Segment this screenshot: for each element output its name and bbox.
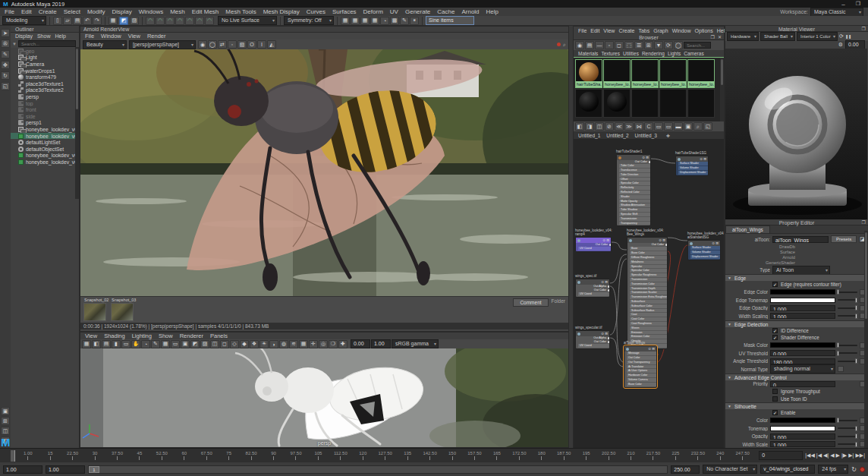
- light-editor-icon[interactable]: ✎: [400, 17, 409, 25]
- pause-viewport-icon[interactable]: ⏸: [410, 17, 419, 25]
- node-expand-icon[interactable]: ⊙ ⊞: [602, 238, 609, 242]
- safe-action-icon[interactable]: ◫: [210, 340, 219, 348]
- isolate-icon[interactable]: ◎: [319, 340, 328, 348]
- outliner-item[interactable]: front: [11, 106, 79, 113]
- time-slider[interactable]: 1.001522.503037.504552.506067.507582.509…: [0, 448, 868, 462]
- scene-items-field[interactable]: Sine items: [426, 16, 474, 25]
- renderview-menu-item[interactable]: Render: [147, 33, 166, 39]
- outliner-item[interactable]: defaultObjectSet: [11, 146, 79, 153]
- view-transform-selector[interactable]: sRGB gamma: [392, 339, 439, 348]
- play-backwards-button[interactable]: ◀: [830, 452, 834, 459]
- step-back-key-button[interactable]: ◀|: [823, 452, 829, 459]
- redo-icon[interactable]: ↷: [93, 17, 102, 25]
- menu-item[interactable]: UV: [390, 8, 398, 15]
- snap-history-icon[interactable]: ◠: [205, 17, 214, 25]
- joints-xray-icon[interactable]: ✚: [338, 340, 348, 348]
- material-swatch[interactable]: honeybee_lo...: [631, 59, 659, 88]
- hypershade-menu-item[interactable]: View: [603, 28, 615, 33]
- node-attribute-row[interactable]: Tube Shadow: [619, 208, 650, 212]
- shader-node-header[interactable]: ⊙ ⊞: [624, 346, 656, 351]
- graph-materials-icon[interactable]: ⋈: [634, 122, 643, 131]
- swatch-scrollbar[interactable]: [720, 58, 724, 121]
- outliner-item[interactable]: side: [11, 113, 79, 120]
- camera-attributes-icon[interactable]: ▤: [102, 340, 111, 348]
- menu-item[interactable]: Edit: [21, 8, 32, 15]
- material-swatch[interactable]: hairTubeSha...: [575, 59, 602, 88]
- shader-node[interactable]: hairTubeShader1SG⊙ ⊞Surface ShaderVolume…: [675, 151, 709, 176]
- select-camera-icon[interactable]: ▦: [82, 340, 91, 348]
- in-out-connections-icon[interactable]: ◫: [595, 122, 604, 131]
- folder-button[interactable]: Folder: [552, 298, 565, 304]
- wireframe-icon[interactable]: ◇: [230, 340, 239, 348]
- attribute-value-field[interactable]: 0.000: [770, 350, 835, 356]
- xray-icon[interactable]: ❍: [329, 340, 338, 348]
- menu-item[interactable]: Generate: [405, 8, 430, 15]
- attribute-value-field[interactable]: 1.000: [770, 441, 835, 447]
- connection-button[interactable]: [838, 366, 844, 372]
- float-panel-icon[interactable]: ❐: [711, 34, 715, 41]
- shader-node[interactable]: honeybee_lookdev_v04: ramp4⊙ ⊞Out ColorU…: [575, 229, 612, 252]
- node-attribute-row[interactable]: Message: [627, 351, 656, 355]
- hypershade-search-input[interactable]: [684, 42, 711, 49]
- color-swatch[interactable]: [770, 418, 835, 423]
- node-expand-icon[interactable]: ⊙ ⊞: [700, 157, 706, 161]
- node-attribute-row[interactable]: Specular Roughness: [630, 273, 667, 277]
- node-attribute-row[interactable]: UV Coord: [578, 344, 609, 348]
- node-expand-icon[interactable]: ⊙ ⊞: [601, 332, 608, 336]
- node-attribute-row[interactable]: Transmission: [630, 278, 667, 282]
- node-attribute-row[interactable]: Base Color: [627, 383, 656, 386]
- node-attribute-row[interactable]: Sheen: [630, 326, 667, 330]
- four-pane-layout-icon[interactable]: ⊞: [1, 417, 10, 425]
- shader-node[interactable]: honeybee_lookdev_v04: Bee_Wings⊙ ⊞Out Co…: [627, 229, 668, 349]
- outliner-menu-item[interactable]: Show: [37, 33, 51, 39]
- material-swatch[interactable]: [659, 89, 687, 118]
- slider-handle[interactable]: [855, 358, 857, 364]
- node-attribute-row[interactable]: Volume Shader: [690, 251, 720, 254]
- attribute-slider[interactable]: [838, 352, 857, 354]
- node-attribute-row[interactable]: Metalness: [630, 260, 667, 264]
- color-swatch[interactable]: [770, 426, 835, 431]
- outliner-scrollbar[interactable]: [75, 47, 79, 199]
- shader-node[interactable]: wings_spec.tif⊙ ⊞Out AlphaOut ColorUV Co…: [575, 274, 610, 298]
- node-expand-icon[interactable]: ⊙ ⊞: [659, 238, 665, 242]
- outliner-menu-item[interactable]: Display: [15, 33, 33, 39]
- menu-item[interactable]: Select: [64, 8, 80, 15]
- menu-item[interactable]: Create: [39, 8, 57, 15]
- shader-node-header[interactable]: ⊙ ⊞: [617, 155, 650, 160]
- graph-tab[interactable]: Untitled_1: [578, 133, 600, 138]
- snap-curve-icon[interactable]: ◠: [156, 17, 165, 25]
- node-attribute-row[interactable]: Coat Color: [630, 317, 667, 321]
- outliner-search-input[interactable]: [18, 40, 76, 47]
- presets-button[interactable]: Presets: [831, 235, 857, 243]
- hypershade-menu-item[interactable]: Options: [695, 28, 713, 33]
- menu-item[interactable]: File: [5, 8, 14, 15]
- node-attribute-row[interactable]: Subsurface Radius: [630, 309, 667, 313]
- hypershade-menu-item[interactable]: Edit: [590, 28, 599, 33]
- checkbox[interactable]: [772, 396, 778, 402]
- refresh-swatches-icon[interactable]: ⟳: [664, 41, 673, 49]
- filter-icon[interactable]: ▼: [654, 41, 663, 49]
- shader-node-header[interactable]: ⊙ ⊞: [676, 156, 708, 162]
- slider-handle[interactable]: [855, 426, 857, 431]
- section-header[interactable]: Advanced Edge Control: [725, 374, 868, 380]
- clear-graph-icon[interactable]: ◯: [674, 41, 683, 49]
- color-swatch[interactable]: [770, 342, 835, 348]
- graph-tab[interactable]: Untitled_2: [606, 133, 628, 138]
- split-pane-layout-icon[interactable]: ◫: [1, 427, 10, 435]
- material-swatch[interactable]: [687, 89, 715, 118]
- node-expand-icon[interactable]: ⊙ ⊞: [712, 241, 719, 245]
- attribute-slider[interactable]: [838, 345, 857, 346]
- hypershade-category-tab[interactable]: Materials: [578, 51, 598, 56]
- viewport-menu-item[interactable]: Renderer: [180, 333, 203, 339]
- node-attribute-row[interactable]: Reflectivity: [619, 186, 650, 190]
- node-attribute-row[interactable]: Base Color: [630, 251, 667, 255]
- oversan-icon[interactable]: ◔: [141, 340, 150, 348]
- attribute-slider[interactable]: [838, 307, 857, 309]
- node-attribute-row[interactable]: Transparency: [619, 222, 650, 225]
- ipr-render-icon[interactable]: ▦: [360, 17, 370, 25]
- output-connections-icon[interactable]: ◨: [585, 122, 594, 131]
- attribute-value-field[interactable]: 1.000: [770, 305, 835, 311]
- shadows-icon[interactable]: ◗: [269, 340, 278, 348]
- viewer-geometry-selector[interactable]: Shader Ball: [760, 32, 795, 41]
- float-panel-icon[interactable]: ❐: [862, 219, 866, 226]
